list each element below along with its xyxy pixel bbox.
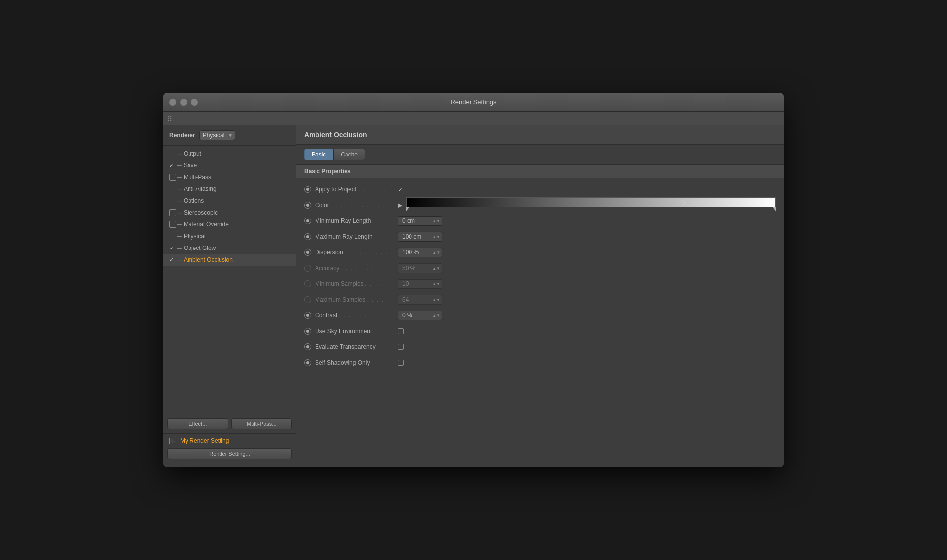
stop-right-icon (773, 207, 776, 211)
section-header: Basic Properties (296, 165, 784, 178)
prop-self-shadow: Self Shadowing Only (304, 357, 776, 368)
eval-transparency-checkbox[interactable] (398, 344, 404, 350)
use-sky-radio[interactable] (304, 328, 311, 335)
contrast-dropdown-wrap: 0 % ▲▼ (398, 311, 442, 320)
tab-cache[interactable]: Cache (333, 149, 365, 160)
self-shadow-label: Self Shadowing Only (315, 359, 394, 366)
max-ray-label: Maximum Ray Length (315, 233, 394, 240)
apply-to-project-value: ✓ (398, 186, 403, 193)
renderer-dropdown-wrap: Physical ▼ (199, 130, 235, 140)
sidebar-item-options[interactable]: – Options (163, 195, 296, 207)
prop-use-sky-env: Use Sky Environment (304, 326, 776, 337)
accuracy-label: Accuracy . . . . . . . . . . (315, 265, 394, 272)
sidebar-item-stereoscopic[interactable]: – Stereoscopic (163, 207, 296, 218)
prop-contrast: Contrast . . . . . . . . . . 0 % ▲▼ (304, 310, 776, 321)
material-override-checkbox[interactable] (169, 221, 176, 228)
contrast-dropdown[interactable]: 0 % (398, 311, 442, 320)
max-samples-dropdown-wrap: 64 ▲▼ (398, 295, 442, 305)
panel-title: Ambient Occlusion (304, 131, 367, 139)
multipass-button[interactable]: Multi-Pass... (231, 418, 292, 429)
sidebar-item-multipass[interactable]: – Multi-Pass (163, 171, 296, 183)
tab-basic[interactable]: Basic (304, 149, 333, 160)
dispersion-radio[interactable] (304, 249, 311, 256)
title-bar-buttons (169, 99, 198, 106)
prop-dispersion: Dispersion . . . . . . . . . . 100 % ▲▼ (304, 247, 776, 258)
prop-eval-transparency: Evaluate Transparency (304, 342, 776, 352)
dispersion-dropdown-wrap: 100 % ▲▼ (398, 248, 442, 257)
min-ray-dropdown[interactable]: 0 cm (398, 216, 442, 226)
min-samples-label: Minimum Samples . . . . (315, 280, 394, 287)
close-button[interactable] (169, 99, 176, 106)
prop-min-samples: Minimum Samples . . . . 10 ▲▼ (304, 279, 776, 289)
apply-to-project-label: Apply to Project . . . . . . (315, 186, 394, 193)
accuracy-dropdown[interactable]: 50 % (398, 263, 442, 273)
sidebar-item-material-override[interactable]: – Material Override (163, 218, 296, 230)
expand-icon: ⊹ (169, 438, 176, 444)
stereoscopic-checkbox[interactable] (169, 209, 176, 216)
window: Render Settings ⠿ Renderer Physical ▼ (163, 93, 784, 467)
sidebar-item-antialiasing[interactable]: – Anti-Aliasing (163, 183, 296, 195)
accuracy-dropdown-wrap: 50 % ▲▼ (398, 263, 442, 273)
effect-button[interactable]: Effect... (167, 418, 228, 429)
self-shadow-radio[interactable] (304, 359, 311, 366)
prop-color: Color . . . . . . . . . . ▶ (304, 200, 776, 211)
max-ray-dropdown[interactable]: 100 cm (398, 232, 442, 242)
min-samples-dropdown[interactable]: 10 (398, 279, 442, 289)
prop-max-samples: Maximum Samples . . . . 64 ▲▼ (304, 294, 776, 305)
renderer-label: Renderer (169, 132, 195, 139)
grid-icon: ⠿ (167, 115, 172, 123)
sidebar: Renderer Physical ▼ – Output ✓ (163, 125, 296, 467)
prop-apply-to-project: Apply to Project . . . . . . ✓ (304, 184, 776, 195)
color-gradient-bar[interactable] (406, 197, 776, 207)
contrast-radio[interactable] (304, 312, 311, 319)
min-ray-label: Minimum Ray Length (315, 218, 394, 224)
self-shadow-checkbox[interactable] (398, 360, 404, 366)
render-setting-button[interactable]: Render Setting... (167, 448, 292, 459)
use-sky-label: Use Sky Environment (315, 328, 394, 335)
sidebar-item-save[interactable]: ✓ – Save (163, 159, 296, 171)
sidebar-footer: ⊹ My Render Setting Render Setting... (163, 433, 296, 467)
stop-left-icon (406, 207, 409, 211)
properties-area: Apply to Project . . . . . . ✓ Color . .… (296, 178, 784, 374)
color-bar[interactable] (406, 200, 776, 211)
main-content: Renderer Physical ▼ – Output ✓ (163, 125, 784, 467)
renderer-dropdown[interactable]: Physical (199, 130, 235, 140)
max-ray-dropdown-wrap: 100 cm ▲▼ (398, 232, 442, 242)
maximize-button[interactable] (191, 99, 198, 106)
min-ray-dropdown-wrap: 0 cm ▲▼ (398, 216, 442, 226)
min-samples-dropdown-wrap: 10 ▲▼ (398, 279, 442, 289)
eval-transparency-radio[interactable] (304, 343, 311, 350)
my-render-setting-label: My Render Setting (180, 437, 229, 444)
apply-to-project-radio[interactable] (304, 186, 311, 193)
contrast-label: Contrast . . . . . . . . . . (315, 312, 394, 319)
window-title: Render Settings (450, 98, 496, 106)
eval-transparency-label: Evaluate Transparency (315, 343, 394, 350)
panel-tabs: Basic Cache (296, 145, 784, 165)
use-sky-checkbox[interactable] (398, 328, 404, 334)
dispersion-dropdown[interactable]: 100 % (398, 248, 442, 257)
gradient-stops-row (406, 207, 776, 213)
multipass-checkbox[interactable] (169, 174, 176, 181)
sidebar-item-output[interactable]: – Output (163, 148, 296, 159)
title-bar: Render Settings (163, 93, 784, 112)
max-ray-radio[interactable] (304, 233, 311, 240)
main-panel: Ambient Occlusion Basic Cache Basic Prop… (296, 125, 784, 467)
min-samples-radio[interactable] (304, 280, 311, 287)
sidebar-bottom-buttons: Effect... Multi-Pass... (163, 414, 296, 433)
sidebar-nav: – Output ✓ – Save – Multi-Pass (163, 146, 296, 414)
sidebar-item-physical[interactable]: – Physical (163, 230, 296, 242)
sidebar-item-object-glow[interactable]: ✓ – Object Glow (163, 242, 296, 254)
color-label: Color . . . . . . . . . . (315, 202, 394, 209)
color-radio[interactable] (304, 202, 311, 209)
max-samples-dropdown[interactable]: 64 (398, 295, 442, 305)
minimize-button[interactable] (180, 99, 187, 106)
min-ray-radio[interactable] (304, 218, 311, 224)
accuracy-radio[interactable] (304, 265, 311, 272)
max-samples-label: Maximum Samples . . . . (315, 296, 394, 303)
dispersion-label: Dispersion . . . . . . . . . . (315, 249, 394, 256)
prop-accuracy: Accuracy . . . . . . . . . . 50 % ▲▼ (304, 263, 776, 274)
color-diamond-handle[interactable] (680, 199, 686, 205)
sidebar-item-ambient-occlusion[interactable]: ✓ – Ambient Occlusion (163, 254, 296, 266)
max-samples-radio[interactable] (304, 296, 311, 303)
toolbar: ⠿ (163, 112, 784, 125)
